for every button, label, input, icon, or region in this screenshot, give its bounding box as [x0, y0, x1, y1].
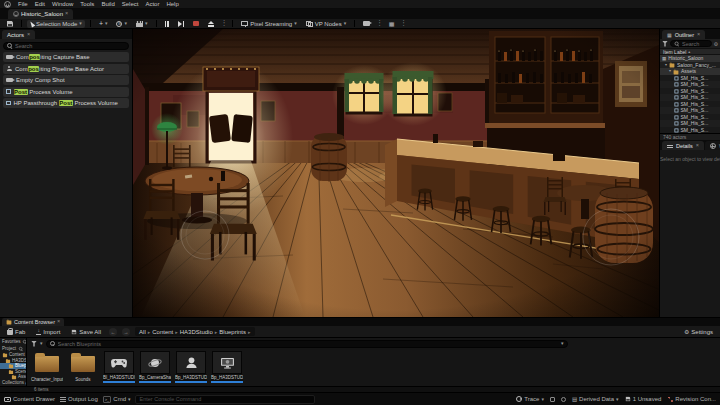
- actors-search[interactable]: [3, 42, 129, 50]
- breadcrumb-all[interactable]: All: [139, 329, 146, 335]
- play-options-kebab-icon[interactable]: ⋮: [221, 20, 228, 27]
- add-collection-icon[interactable]: ⊕: [25, 380, 26, 386]
- outliner-search[interactable]: [670, 40, 712, 47]
- status-utility-icon[interactable]: [550, 397, 555, 402]
- blueprints-dropdown[interactable]: B▾: [113, 20, 130, 28]
- trace-dropdown[interactable]: Trace▾: [516, 396, 544, 402]
- pixel-streaming-dropdown[interactable]: Pixel Streaming ▾: [238, 20, 300, 28]
- expand-caret-icon[interactable]: ▾: [665, 63, 667, 67]
- import-button[interactable]: ↓Import: [33, 328, 63, 336]
- log-icon: [60, 396, 66, 402]
- search-icon[interactable]: [22, 339, 26, 343]
- gear-icon[interactable]: ⚙: [714, 41, 718, 47]
- tree-item-content[interactable]: Content: [0, 352, 26, 358]
- asset-search[interactable]: ▾: [46, 340, 568, 348]
- frame-skip-button[interactable]: [175, 20, 187, 28]
- revision-control-button[interactable]: Revision Con...: [667, 396, 716, 402]
- unsaved-button[interactable]: 1 Unsaved: [625, 396, 662, 402]
- platforms-button[interactable]: ▦: [386, 20, 398, 28]
- static-mesh-icon: [674, 82, 678, 86]
- actor-class-item[interactable]: HP Passthrough Post Process Volume: [3, 98, 129, 108]
- filter-icon[interactable]: [662, 41, 668, 47]
- save-button[interactable]: [4, 20, 16, 28]
- vp-nodes-dropdown[interactable]: VP Nodes ▾: [303, 20, 349, 28]
- asset-folder-tile[interactable]: Character_Inputs: [31, 353, 63, 383]
- tab-world-settings[interactable]: Worl...: [705, 141, 720, 150]
- asset-blueprint-tile[interactable]: BI_HA3DSTUDI...: [103, 351, 135, 383]
- settings-button[interactable]: ⚙Settings: [681, 328, 716, 336]
- menu-tools[interactable]: Tools: [80, 1, 94, 7]
- level-tab[interactable]: Historic_Saloon ×: [8, 9, 73, 19]
- forward-button[interactable]: →: [122, 328, 130, 336]
- menu-actor[interactable]: Actor: [145, 1, 159, 7]
- content-drawer: Content Browser × Fab ↓Import Save All ←…: [0, 317, 720, 392]
- asset-blueprint-tile[interactable]: Bp_HA3DSTUDI...: [211, 351, 243, 383]
- back-button[interactable]: ←: [109, 328, 117, 336]
- menu-build[interactable]: Build: [101, 1, 114, 7]
- tab-details[interactable]: Details ×: [662, 141, 704, 150]
- outliner-row-folder[interactable]: ▾Saloon_Fancy_...: [660, 62, 720, 69]
- breadcrumb-studio[interactable]: HA3DStudio: [180, 329, 213, 335]
- item-label: Compositing Pipeline Base Actor: [15, 66, 104, 72]
- close-icon[interactable]: ×: [27, 32, 30, 38]
- expand-caret-icon[interactable]: ▾: [669, 69, 671, 73]
- actor-class-item[interactable]: Compositing Capture Base: [3, 52, 129, 62]
- cmd-dropdown[interactable]: >_Cmd▾: [103, 396, 131, 403]
- outliner-header[interactable]: Item Label ▴: [660, 48, 720, 55]
- close-icon[interactable]: ×: [696, 143, 699, 149]
- output-log-button[interactable]: Output Log: [60, 396, 98, 402]
- actor-class-item[interactable]: Post Process Volume: [3, 87, 129, 97]
- tab-outliner[interactable]: ▦ Outliner ×: [662, 30, 705, 39]
- breadcrumb-blueprints[interactable]: Blueprints: [219, 329, 246, 335]
- cinematics-dropdown[interactable]: ▾: [133, 20, 151, 28]
- fab-button[interactable]: Fab: [4, 328, 28, 336]
- add-actor-dropdown[interactable]: +▾: [96, 20, 111, 28]
- actor-class-item[interactable]: Compositing Pipeline Base Actor: [3, 64, 129, 74]
- asset-label: BI_HA3DSTUDI...: [103, 374, 135, 381]
- pause-button[interactable]: [162, 20, 172, 28]
- asset-search-input[interactable]: [58, 341, 559, 347]
- content-drawer-button[interactable]: Content Drawer: [4, 396, 55, 402]
- search-icon[interactable]: [19, 346, 23, 350]
- close-icon[interactable]: ×: [57, 319, 60, 325]
- camera-icon: [6, 78, 13, 83]
- derived-data-dropdown[interactable]: ▤Derived Data▾: [572, 396, 619, 402]
- menu-edit[interactable]: Edit: [35, 1, 45, 7]
- capture-button[interactable]: [360, 20, 373, 28]
- menu-file[interactable]: File: [18, 1, 28, 7]
- viewport-scene: [133, 29, 659, 317]
- favorites-row[interactable]: Favorites: [0, 338, 26, 345]
- selection-mode-dropdown[interactable]: Selection Mode ▾: [27, 20, 85, 28]
- collections-row[interactable]: Collections⊕: [0, 379, 26, 386]
- close-icon[interactable]: ×: [65, 11, 68, 17]
- outliner-search-input[interactable]: [682, 41, 708, 47]
- console-command-field[interactable]: [139, 396, 311, 402]
- actors-search-input[interactable]: [15, 43, 125, 49]
- project-row[interactable]: Project: [0, 345, 26, 352]
- menu-window[interactable]: Window: [52, 1, 73, 7]
- stop-button[interactable]: [190, 20, 202, 28]
- viewport[interactable]: [133, 29, 659, 317]
- chevron-down-icon: ▾: [294, 21, 297, 26]
- asset-blueprint-tile[interactable]: Bp_HA3DSTUDI...: [175, 351, 207, 383]
- tab-actors[interactable]: Actors ×: [2, 30, 35, 39]
- actor-class-item[interactable]: Empty Comp Shot: [3, 75, 129, 85]
- asset-folder-tile[interactable]: Sounds: [67, 353, 99, 383]
- tab-content-browser[interactable]: Content Browser ×: [2, 318, 64, 326]
- static-mesh-icon: [674, 76, 678, 80]
- console-input[interactable]: [135, 395, 315, 404]
- status-utility-icon[interactable]: [561, 397, 566, 402]
- asset-blueprint-tile[interactable]: Bp_CameraShake...: [139, 351, 171, 383]
- eject-button[interactable]: [205, 20, 218, 28]
- save-all-button[interactable]: Save All: [68, 328, 104, 336]
- asset-filter-row: ▾ ▾: [28, 338, 720, 349]
- close-icon[interactable]: ×: [697, 32, 700, 38]
- level-tab-icon: [13, 11, 19, 17]
- menu-select[interactable]: Select: [122, 1, 139, 7]
- toolbar-kebab-icon[interactable]: ⋮: [376, 20, 383, 27]
- breadcrumb-content[interactable]: Content: [152, 329, 173, 335]
- settings-kebab-icon[interactable]: ⋮: [400, 20, 407, 27]
- menu-help[interactable]: Help: [166, 1, 178, 7]
- chevron-down-icon: ▾: [561, 341, 564, 346]
- filter-icon[interactable]: [31, 341, 37, 347]
